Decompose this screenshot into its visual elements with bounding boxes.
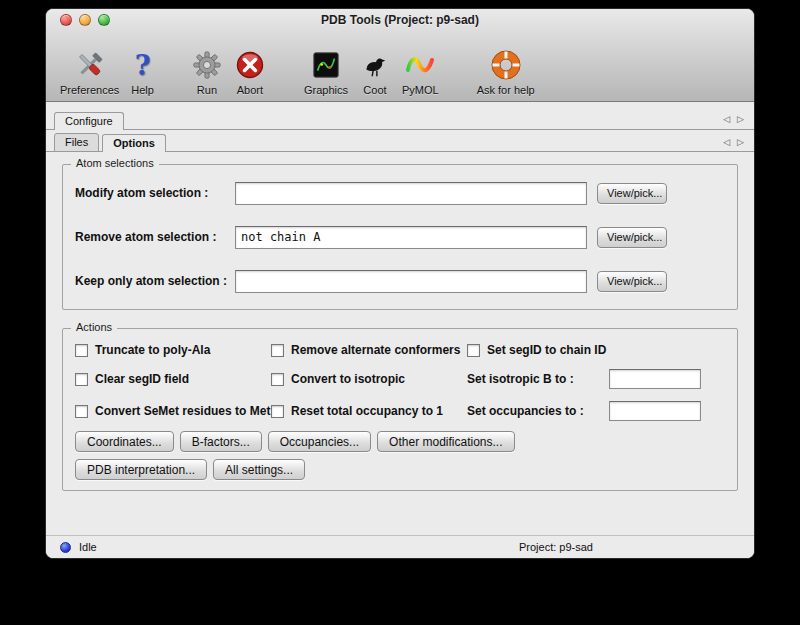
tab-scroll-arrows: ◁ ▷	[723, 137, 744, 147]
pymol-ribbon-icon	[404, 46, 436, 84]
question-icon: ?	[135, 46, 151, 84]
toolbar-label-coot: Coot	[363, 84, 386, 96]
project-label: Project: p9-sad	[519, 541, 593, 553]
graphics-icon	[311, 46, 341, 84]
scroll-left-icon[interactable]: ◁	[723, 137, 730, 147]
remove-selection-input[interactable]	[235, 226, 587, 249]
status-indicator-icon	[60, 542, 71, 553]
keep-selection-row: Keep only atom selection : View/pick...	[63, 259, 737, 303]
b-factors-button[interactable]: B-factors...	[180, 431, 262, 452]
actions-title: Actions	[71, 321, 117, 333]
other-modifications-button[interactable]: Other modifications...	[377, 431, 514, 452]
window-title: PDB Tools (Project: p9-sad)	[321, 13, 479, 27]
modify-selection-input[interactable]	[235, 182, 587, 205]
toolbar-label-pymol: PyMOL	[402, 84, 439, 96]
all-settings-button[interactable]: All settings...	[213, 459, 305, 480]
actions-button-row-2: PDB interpretation... All settings...	[63, 459, 737, 480]
set-isotropic-b-label: Set isotropic B to :	[467, 372, 609, 386]
toolbar-button-help[interactable]: ? Help	[131, 46, 154, 96]
convert-semet-option: Convert SeMet residues to Met	[75, 404, 271, 418]
tab-files-label: Files	[65, 136, 88, 148]
zoom-button[interactable]	[98, 14, 110, 26]
tab-scroll-arrows: ◁ ▷	[723, 114, 744, 124]
coot-bird-icon	[360, 46, 390, 84]
remove-selection-row: Remove atom selection : View/pick...	[63, 215, 737, 259]
keep-view-pick-button[interactable]: View/pick...	[597, 271, 667, 292]
atom-selections-title: Atom selections	[71, 157, 159, 169]
toolbar-button-coot[interactable]: Coot	[360, 46, 390, 96]
lifering-icon	[490, 46, 522, 84]
convert-isotropic-checkbox[interactable]	[271, 373, 284, 386]
toolbar-label-preferences: Preferences	[60, 84, 119, 96]
set-segid-chainid-label: Set segID to chain ID	[487, 343, 606, 357]
set-isotropic-b-input[interactable]	[609, 369, 701, 389]
clear-segid-checkbox[interactable]	[75, 373, 88, 386]
toolbar-button-ask-for-help[interactable]: Ask for help	[477, 46, 535, 96]
scroll-right-icon[interactable]: ▷	[737, 114, 744, 124]
toolbar-button-abort[interactable]: Abort	[234, 46, 266, 96]
tab-configure[interactable]: Configure	[54, 112, 124, 130]
clear-segid-label: Clear segID field	[95, 372, 189, 386]
truncate-poly-ala-checkbox[interactable]	[75, 344, 88, 357]
toolbar-label-help: Help	[131, 84, 154, 96]
close-button[interactable]	[60, 14, 72, 26]
set-isotropic-b-field: Set isotropic B to :	[467, 369, 727, 389]
toolbar: Preferences ? Help	[46, 31, 754, 101]
set-occupancies-label: Set occupancies to :	[467, 404, 609, 418]
set-segid-chainid-checkbox[interactable]	[467, 344, 480, 357]
reset-occupancy-checkbox[interactable]	[271, 405, 284, 418]
clear-segid-option: Clear segID field	[75, 372, 271, 386]
toolbar-button-pymol[interactable]: PyMOL	[402, 46, 439, 96]
status-text: Idle	[79, 541, 97, 553]
truncate-poly-ala-label: Truncate to poly-Ala	[95, 343, 210, 357]
coordinates-button[interactable]: Coordinates...	[75, 431, 174, 452]
scroll-right-icon[interactable]: ▷	[737, 137, 744, 147]
titlebar[interactable]: PDB Tools (Project: p9-sad)	[46, 9, 754, 31]
convert-semet-checkbox[interactable]	[75, 405, 88, 418]
actions-group: Actions Truncate to poly-Ala Remove alte…	[62, 328, 738, 491]
tab-options-label: Options	[113, 137, 155, 149]
keep-selection-label: Keep only atom selection :	[75, 274, 235, 288]
pdb-tools-window: PDB Tools (Project: p9-sad)	[45, 8, 755, 559]
set-occupancies-input[interactable]	[609, 401, 701, 421]
remove-alt-conformers-option: Remove alternate conformers	[271, 343, 467, 357]
window-header: PDB Tools (Project: p9-sad)	[46, 9, 754, 102]
truncate-poly-ala-option: Truncate to poly-Ala	[75, 343, 271, 357]
toolbar-button-graphics[interactable]: Graphics	[304, 46, 348, 96]
occupancies-button[interactable]: Occupancies...	[268, 431, 371, 452]
pdb-interpretation-button[interactable]: PDB interpretation...	[75, 459, 207, 480]
remove-alt-conformers-checkbox[interactable]	[271, 344, 284, 357]
tab-configure-label: Configure	[65, 115, 113, 127]
remove-view-pick-button[interactable]: View/pick...	[597, 227, 667, 248]
toolbar-button-run[interactable]: Run	[192, 46, 222, 96]
actions-button-row-1: Coordinates... B-factors... Occupancies.…	[63, 431, 737, 452]
toolbar-label-abort: Abort	[237, 84, 263, 96]
status-bar: Idle Project: p9-sad	[46, 535, 754, 558]
reset-occupancy-label: Reset total occupancy to 1	[291, 404, 443, 418]
set-segid-chainid-option: Set segID to chain ID	[467, 343, 727, 357]
actions-checkbox-grid: Truncate to poly-Ala Remove alternate co…	[63, 329, 737, 421]
keep-selection-input[interactable]	[235, 270, 587, 293]
reset-occupancy-option: Reset total occupancy to 1	[271, 404, 467, 418]
desktop: PDB Tools (Project: p9-sad)	[0, 0, 800, 625]
abort-icon	[234, 46, 266, 84]
modify-selection-label: Modify atom selection :	[75, 186, 235, 200]
convert-isotropic-label: Convert to isotropic	[291, 372, 405, 386]
toolbar-button-preferences[interactable]: Preferences	[60, 46, 119, 96]
convert-isotropic-option: Convert to isotropic	[271, 372, 467, 386]
toolbar-label-ask-for-help: Ask for help	[477, 84, 535, 96]
gear-icon	[192, 46, 222, 84]
tab-files[interactable]: Files	[54, 133, 99, 152]
modify-selection-row: Modify atom selection : View/pick...	[63, 171, 737, 215]
tab-options[interactable]: Options	[102, 134, 166, 152]
remove-alt-conformers-label: Remove alternate conformers	[291, 343, 460, 357]
toolbar-label-graphics: Graphics	[304, 84, 348, 96]
traffic-lights	[60, 14, 110, 26]
tools-icon	[74, 46, 106, 84]
modify-view-pick-button[interactable]: View/pick...	[597, 183, 667, 204]
minimize-button[interactable]	[79, 14, 91, 26]
scroll-left-icon[interactable]: ◁	[723, 114, 730, 124]
atom-selections-group: Atom selections Modify atom selection : …	[62, 164, 738, 310]
configure-tab-row: Configure ◁ ▷	[46, 108, 754, 130]
toolbar-label-run: Run	[197, 84, 217, 96]
